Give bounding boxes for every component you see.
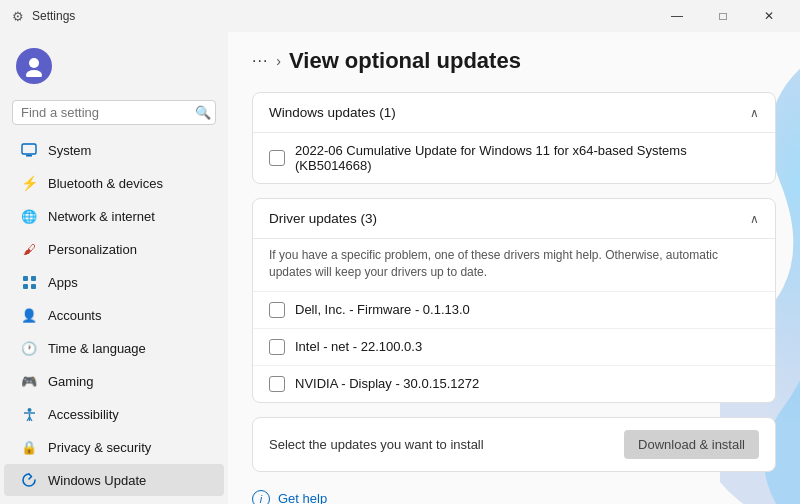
sidebar-item-update[interactable]: Windows Update [4, 464, 224, 496]
driver-updates-header[interactable]: Driver updates (3) ∧ [253, 199, 775, 239]
get-help-link[interactable]: i Get help [252, 486, 776, 504]
driver-updates-section: Driver updates (3) ∧ If you have a speci… [252, 198, 776, 403]
update-icon [20, 471, 38, 489]
minimize-button[interactable]: — [654, 0, 700, 32]
update-item-nvidia: NVIDIA - Display - 30.0.15.1272 [253, 366, 775, 402]
sidebar-item-accessibility[interactable]: Accessibility [4, 398, 224, 430]
sidebar-label-apps: Apps [48, 275, 78, 290]
windows-updates-title: Windows updates (1) [269, 105, 396, 120]
sidebar-label-privacy: Privacy & security [48, 440, 151, 455]
update-item-label-dell: Dell, Inc. - Firmware - 0.1.13.0 [295, 302, 470, 317]
sidebar-label-time: Time & language [48, 341, 146, 356]
get-help-label: Get help [278, 491, 327, 504]
titlebar: ⚙ Settings — □ ✕ [0, 0, 800, 32]
sidebar: 🔍 System ⚡ Bluetooth & devices 🌐 Network… [0, 32, 228, 504]
app-body: 🔍 System ⚡ Bluetooth & devices 🌐 Network… [0, 32, 800, 504]
checkbox-intel[interactable] [269, 339, 285, 355]
page-header: ··· › View optional updates [252, 44, 776, 74]
network-icon: 🌐 [20, 207, 38, 225]
windows-updates-section: Windows updates (1) ∧ 2022-06 Cumulative… [252, 92, 776, 184]
sidebar-label-accounts: Accounts [48, 308, 101, 323]
sidebar-label-update: Windows Update [48, 473, 146, 488]
search-icon: 🔍 [195, 105, 211, 120]
sidebar-label-gaming: Gaming [48, 374, 94, 389]
avatar [16, 48, 52, 84]
breadcrumb-chevron-icon: › [276, 53, 281, 69]
driver-updates-chevron-icon: ∧ [750, 212, 759, 226]
sidebar-item-accounts[interactable]: 👤 Accounts [4, 299, 224, 331]
sidebar-item-time[interactable]: 🕐 Time & language [4, 332, 224, 364]
sidebar-label-bluetooth: Bluetooth & devices [48, 176, 163, 191]
apps-icon [20, 273, 38, 291]
checkbox-nvidia[interactable] [269, 376, 285, 392]
breadcrumb-dots[interactable]: ··· [252, 52, 268, 70]
sidebar-item-personalization[interactable]: 🖌 Personalization [4, 233, 224, 265]
checkbox-kb5014668[interactable] [269, 150, 285, 166]
svg-rect-3 [26, 155, 32, 157]
search-input[interactable] [21, 105, 189, 120]
footer-select-text: Select the updates you want to install [269, 437, 484, 452]
accessibility-icon [20, 405, 38, 423]
user-profile[interactable] [0, 32, 228, 96]
time-icon: 🕐 [20, 339, 38, 357]
svg-rect-2 [22, 144, 36, 154]
checkbox-dell[interactable] [269, 302, 285, 318]
sidebar-label-network: Network & internet [48, 209, 155, 224]
settings-icon: ⚙ [12, 9, 24, 24]
sidebar-item-bluetooth[interactable]: ⚡ Bluetooth & devices [4, 167, 224, 199]
download-install-button[interactable]: Download & install [624, 430, 759, 459]
accounts-icon: 👤 [20, 306, 38, 324]
svg-rect-5 [31, 276, 36, 281]
windows-updates-header[interactable]: Windows updates (1) ∧ [253, 93, 775, 133]
main-content: ··· › View optional updates Windows upda… [228, 32, 800, 504]
update-item-intel: Intel - net - 22.100.0.3 [253, 329, 775, 366]
sidebar-label-accessibility: Accessibility [48, 407, 119, 422]
windows-updates-chevron-icon: ∧ [750, 106, 759, 120]
driver-updates-subtitle: If you have a specific problem, one of t… [253, 239, 775, 292]
update-item-label-kb5014668: 2022-06 Cumulative Update for Windows 11… [295, 143, 759, 173]
svg-rect-4 [23, 276, 28, 281]
titlebar-controls: — □ ✕ [654, 0, 792, 32]
footer-bar: Select the updates you want to install D… [252, 417, 776, 472]
svg-rect-7 [31, 284, 36, 289]
titlebar-left: ⚙ Settings [12, 9, 75, 24]
gaming-icon: 🎮 [20, 372, 38, 390]
update-item-dell: Dell, Inc. - Firmware - 0.1.13.0 [253, 292, 775, 329]
personalization-icon: 🖌 [20, 240, 38, 258]
content-area: ··· › View optional updates Windows upda… [228, 32, 800, 504]
search-box[interactable]: 🔍 [12, 100, 216, 125]
sidebar-label-system: System [48, 143, 91, 158]
svg-point-0 [29, 58, 39, 68]
svg-point-1 [26, 70, 42, 77]
update-item-kb5014668: 2022-06 Cumulative Update for Windows 11… [253, 133, 775, 183]
close-button[interactable]: ✕ [746, 0, 792, 32]
update-item-label-nvidia: NVIDIA - Display - 30.0.15.1272 [295, 376, 479, 391]
page-title: View optional updates [289, 48, 521, 74]
sidebar-label-personalization: Personalization [48, 242, 137, 257]
sidebar-item-system[interactable]: System [4, 134, 224, 166]
system-icon [20, 141, 38, 159]
sidebar-item-gaming[interactable]: 🎮 Gaming [4, 365, 224, 397]
sidebar-item-network[interactable]: 🌐 Network & internet [4, 200, 224, 232]
sidebar-item-apps[interactable]: Apps [4, 266, 224, 298]
svg-point-8 [27, 408, 31, 412]
bluetooth-icon: ⚡ [20, 174, 38, 192]
update-item-label-intel: Intel - net - 22.100.0.3 [295, 339, 422, 354]
driver-updates-title: Driver updates (3) [269, 211, 377, 226]
titlebar-title: Settings [32, 9, 75, 23]
svg-rect-6 [23, 284, 28, 289]
help-icon: i [252, 490, 270, 504]
privacy-icon: 🔒 [20, 438, 38, 456]
sidebar-nav: System ⚡ Bluetooth & devices 🌐 Network &… [0, 133, 228, 501]
sidebar-item-privacy[interactable]: 🔒 Privacy & security [4, 431, 224, 463]
maximize-button[interactable]: □ [700, 0, 746, 32]
